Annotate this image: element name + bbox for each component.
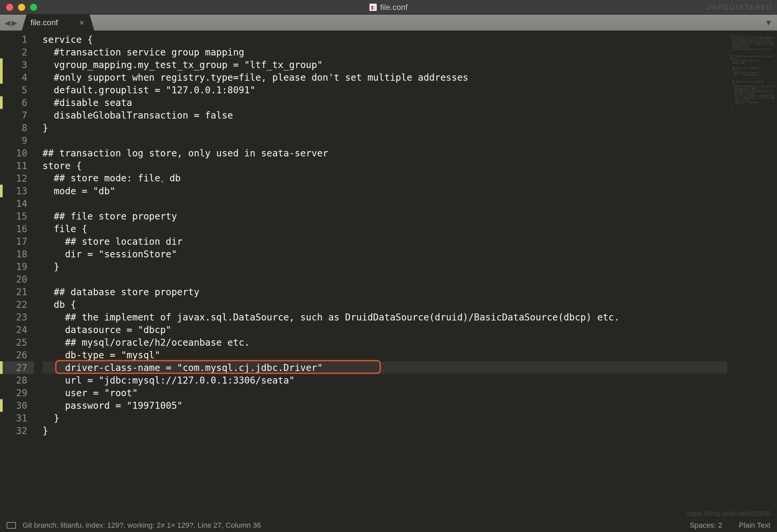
code-area[interactable]: service { #transaction service group map… xyxy=(34,30,727,518)
code-line[interactable]: mode = "db" xyxy=(42,185,727,197)
tab-bar: ◀ ▶ file.conf × ▼ xyxy=(0,15,777,30)
line-number[interactable]: 25 xyxy=(0,336,34,349)
line-number[interactable]: 10 xyxy=(0,147,34,159)
nav-arrows: ◀ ▶ xyxy=(0,17,22,28)
nav-back-icon[interactable]: ◀ xyxy=(5,17,10,28)
watermark: https://blog.csdn.net/s15936 xyxy=(687,510,770,517)
line-number[interactable]: 19 xyxy=(0,260,34,273)
code-line[interactable]: password = "19971005" xyxy=(42,399,727,412)
line-number[interactable]: 18 xyxy=(0,248,34,260)
code-line[interactable]: default.grouplist = "127.0.0.1:8091" xyxy=(42,84,727,96)
status-spaces[interactable]: Spaces: 2 xyxy=(690,521,722,530)
line-number[interactable]: 27 xyxy=(0,361,34,374)
tab-active[interactable]: file.conf × xyxy=(22,15,94,30)
minimap-content: service { #transaction service group map… xyxy=(730,34,774,108)
minimap[interactable]: service { #transaction service group map… xyxy=(727,30,777,518)
code-line[interactable]: ## database store property xyxy=(42,286,727,298)
code-line[interactable]: #only support when registry.type=file, p… xyxy=(42,71,727,84)
line-number[interactable]: 28 xyxy=(0,374,34,387)
unregistered-label: UNREGISTERED xyxy=(706,3,772,12)
line-number[interactable]: 13 xyxy=(0,185,34,197)
line-number[interactable]: 32 xyxy=(0,424,34,437)
tab-label: file.conf xyxy=(30,18,58,27)
line-number[interactable]: 1 xyxy=(0,33,34,46)
statusbar-right: Spaces: 2 Plain Text xyxy=(690,521,770,530)
line-number[interactable]: 15 xyxy=(0,210,34,223)
statusbar: Git branch: litianfu, index: 129?, worki… xyxy=(0,518,777,532)
line-number[interactable]: 4 xyxy=(0,71,34,84)
code-line[interactable]: vgroup_mapping.my_test_tx_group = "ltf_t… xyxy=(42,58,727,71)
code-line[interactable]: service { xyxy=(42,33,727,46)
code-line[interactable]: datasource = "dbcp" xyxy=(42,323,727,336)
line-number[interactable]: 6 xyxy=(0,96,34,109)
code-line[interactable]: ## mysql/oracle/h2/oceanbase etc. xyxy=(42,336,727,349)
code-line[interactable]: url = "jdbc:mysql://127.0.0.1:3306/seata… xyxy=(42,374,727,387)
line-number[interactable]: 22 xyxy=(0,298,34,311)
line-number[interactable]: 11 xyxy=(0,159,34,172)
line-number[interactable]: 24 xyxy=(0,323,34,336)
maximize-window-button[interactable] xyxy=(30,4,37,11)
line-number[interactable]: 31 xyxy=(0,412,34,424)
code-line[interactable]: ## store location dir xyxy=(42,235,727,248)
tab-close-button[interactable]: × xyxy=(79,18,84,28)
line-number[interactable]: 26 xyxy=(0,349,34,361)
line-number[interactable]: 3 xyxy=(0,58,34,71)
editor-area: 1234567891011121314151617181920212223242… xyxy=(0,30,777,518)
code-line[interactable]: store { xyxy=(42,159,727,172)
code-line[interactable]: #disable seata xyxy=(42,96,727,109)
line-number-gutter: 1234567891011121314151617181920212223242… xyxy=(0,30,34,518)
code-line[interactable]: file { xyxy=(42,223,727,235)
line-number[interactable]: 14 xyxy=(0,197,34,210)
code-line[interactable]: dir = "sessionStore" xyxy=(42,248,727,260)
code-line[interactable]: ## the implement of javax.sql.DataSource… xyxy=(42,311,727,323)
titlebar: ◧ file.conf UNREGISTERED xyxy=(0,0,777,15)
traffic-lights xyxy=(0,4,37,11)
code-line[interactable]: user = "root" xyxy=(42,387,727,399)
line-number[interactable]: 29 xyxy=(0,387,34,399)
code-line[interactable] xyxy=(42,197,727,210)
code-line[interactable]: ## transaction log store, only used in s… xyxy=(42,147,727,159)
minimize-window-button[interactable] xyxy=(18,4,25,11)
close-window-button[interactable] xyxy=(6,4,13,11)
code-line[interactable]: } xyxy=(42,424,727,437)
panel-icon[interactable] xyxy=(7,522,16,529)
status-git: Git branch: litianfu, index: 129?, worki… xyxy=(23,521,261,530)
code-line[interactable]: } xyxy=(42,122,727,134)
code-line[interactable]: db { xyxy=(42,298,727,311)
line-number[interactable]: 8 xyxy=(0,122,34,134)
line-number[interactable]: 17 xyxy=(0,235,34,248)
code-line[interactable]: } xyxy=(42,412,727,424)
line-number[interactable]: 9 xyxy=(0,134,34,147)
line-number[interactable]: 21 xyxy=(0,286,34,298)
code-line[interactable]: driver-class-name = "com.mysql.cj.jdbc.D… xyxy=(42,361,727,374)
line-number[interactable]: 30 xyxy=(0,399,34,412)
nav-forward-icon[interactable]: ▶ xyxy=(12,17,17,28)
window-title: ◧ file.conf xyxy=(369,3,408,12)
code-line[interactable]: ## file store property xyxy=(42,210,727,223)
file-icon: ◧ xyxy=(369,4,377,11)
line-number[interactable]: 2 xyxy=(0,46,34,58)
editor-window: ◧ file.conf UNREGISTERED ◀ ▶ file.conf ×… xyxy=(0,0,777,532)
window-title-text: file.conf xyxy=(380,3,408,12)
code-line[interactable]: ## store mode: file、db xyxy=(42,172,727,185)
code-line[interactable]: } xyxy=(42,260,727,273)
line-number[interactable]: 5 xyxy=(0,84,34,96)
tab-dropdown-icon[interactable]: ▼ xyxy=(766,18,771,27)
line-number[interactable]: 7 xyxy=(0,109,34,122)
code-line[interactable]: disableGlobalTransaction = false xyxy=(42,109,727,122)
line-number[interactable]: 20 xyxy=(0,273,34,286)
line-number[interactable]: 16 xyxy=(0,223,34,235)
line-number[interactable]: 23 xyxy=(0,311,34,323)
code-line[interactable]: #transaction service group mapping xyxy=(42,46,727,58)
line-number[interactable]: 12 xyxy=(0,172,34,185)
code-line[interactable]: db-type = "mysql" xyxy=(42,349,727,361)
status-syntax[interactable]: Plain Text xyxy=(739,521,770,530)
code-line[interactable] xyxy=(42,134,727,147)
code-line[interactable] xyxy=(42,273,727,286)
